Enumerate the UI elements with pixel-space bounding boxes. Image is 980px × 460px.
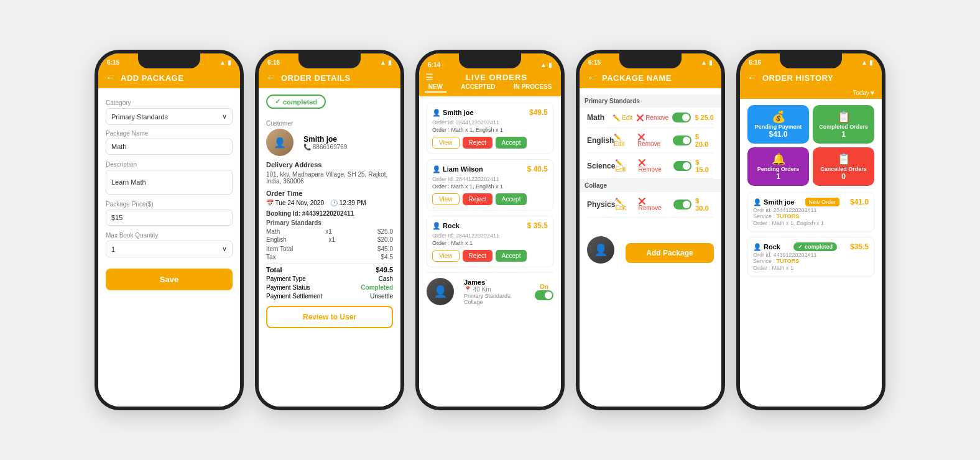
pending-orders-label: Pending Orders: [757, 166, 800, 172]
edit-btn-science[interactable]: ✏️ Edit: [615, 159, 634, 173]
category-select[interactable]: Primary Standards ∨: [106, 108, 233, 125]
tab-accepted[interactable]: ACCEPTED: [457, 82, 499, 93]
remove-btn-math[interactable]: ❌ Remove: [636, 114, 668, 121]
pkg-name-science: Science: [587, 162, 615, 170]
delivery-label: Delivery Address: [266, 161, 393, 168]
reject-btn-1[interactable]: Reject: [463, 137, 492, 149]
remove-btn-english[interactable]: ❌ Remove: [637, 134, 669, 147]
booking-id: Booking Id: #44391220202411: [266, 210, 393, 217]
wifi-icon-4: ▲: [701, 59, 707, 66]
price-input[interactable]: [106, 209, 233, 226]
order-items-1: Order : Math x 1, English x 1: [432, 127, 548, 133]
order-user-1: 👤 Smith joe: [432, 109, 474, 117]
accept-btn-2[interactable]: Accept: [496, 193, 527, 205]
stat-pending-payment: 💰 Pending Payment $41.0: [747, 105, 809, 144]
avatar-tutor: 👤: [427, 278, 454, 305]
chevron-down-icon-2: ∨: [222, 245, 227, 253]
phone-icon: 📞: [303, 144, 313, 150]
remove-btn-physics[interactable]: ❌ Remove: [638, 198, 670, 211]
order-actions-1: View Reject Accept: [432, 137, 548, 149]
customer-phone: 📞 8866169769: [303, 144, 347, 150]
history-user-icon-2: 👤 Rock: [753, 243, 780, 251]
item-english: Englishx1$20.0: [266, 236, 393, 243]
on-label: On: [540, 283, 548, 290]
phone-order-details: 6:16 ▲ ▮ ← ORDER DETAILS ✓ completed Cus…: [255, 50, 404, 410]
tutor-cats: Primary Standards, Collage: [464, 293, 530, 305]
tax-row: Tax$4.5: [266, 254, 393, 260]
order-card-3: 👤 Rock $ 35.5 Order Id: 28441220202411 O…: [427, 216, 553, 267]
save-button[interactable]: Save: [106, 269, 233, 290]
pkg-name-physics: Physics: [587, 200, 615, 209]
pkg-name-input[interactable]: [106, 139, 233, 155]
item-math: Mathx1$25.0: [266, 228, 393, 235]
item-total-row: Item Total$45.0: [266, 246, 393, 252]
pkg-price-physics: $ 30.0: [695, 197, 714, 212]
stat-completed-orders: 📋 Completed Orders 1: [813, 105, 874, 144]
hamburger-icon[interactable]: ☰: [425, 72, 433, 82]
order-time: 🕐 12:39 PM: [330, 200, 366, 206]
customer-label: Customer: [266, 120, 393, 127]
history-price-1: $41.0: [850, 198, 869, 206]
accept-btn-3[interactable]: Accept: [496, 250, 527, 262]
order-date: 📅 Tue 24 Nov, 2020: [266, 200, 324, 206]
toggle-science[interactable]: [673, 161, 691, 171]
status-icons-1: ▲ ▮: [220, 59, 231, 66]
pending-orders-value: 1: [776, 172, 780, 181]
content-5: 💰 Pending Payment $41.0 📋 Completed Orde…: [740, 99, 882, 407]
order-price-2: $ 40.5: [527, 165, 548, 173]
edit-btn-english[interactable]: ✏️ Edit: [614, 134, 634, 147]
tab-in-process[interactable]: IN PROCESS: [510, 82, 556, 93]
pending-orders-icon: 🔔: [772, 152, 785, 166]
qty-value: 1: [111, 246, 115, 253]
toggle-physics[interactable]: [673, 200, 691, 209]
toggle-english[interactable]: [673, 136, 691, 145]
pkg-price-science: $ 15.0: [695, 159, 714, 173]
edit-btn-physics[interactable]: ✏️ Edit: [615, 198, 634, 211]
pending-payment-label: Pending Payment: [755, 124, 802, 130]
order-user-3: 👤 Rock: [432, 222, 460, 230]
history-service-1: Service : TUTORS: [753, 213, 869, 219]
today-label: Today: [853, 90, 869, 96]
wifi-icon-5: ▲: [861, 59, 867, 66]
view-btn-3[interactable]: View: [432, 250, 460, 262]
history-user-icon-1: 👤 Smith joe: [753, 198, 795, 206]
history-items-2: Order : Math x 1: [753, 265, 869, 271]
phone-order-history: 6:16 ▲ ▮ ← ORDER HISTORY Today ▼ 💰 Pendi…: [736, 50, 885, 410]
battery-icon-3: ▮: [548, 62, 552, 68]
battery-icon-4: ▮: [709, 59, 713, 66]
phones-container: 6:15 ▲ ▮ ← ADD PACKAGE Category Primary …: [95, 50, 885, 410]
desc-input[interactable]: [106, 170, 233, 195]
stat-pending-orders: 🔔 Pending Orders 1: [747, 147, 809, 186]
accept-btn-1[interactable]: Accept: [496, 137, 527, 149]
toggle-math[interactable]: [672, 113, 691, 122]
status-icons-3: ▲ ▮: [540, 62, 552, 68]
view-btn-2[interactable]: View: [432, 193, 460, 205]
reject-btn-2[interactable]: Reject: [463, 193, 492, 205]
toggle-online[interactable]: [535, 290, 553, 300]
stat-cancelled-orders: 📋 Cancelled Orders 0: [813, 147, 874, 186]
review-button[interactable]: Review to User: [266, 306, 393, 328]
history-order-1: 👤 Smith joe New Order $41.0 Ordr id: 284…: [747, 192, 874, 232]
back-arrow-2[interactable]: ←: [266, 72, 276, 83]
status-icons-5: ▲ ▮: [861, 59, 873, 66]
qty-select[interactable]: 1 ∨: [106, 241, 233, 257]
remove-btn-science[interactable]: ❌ Remove: [638, 159, 670, 173]
order-id-2: Order Id: 28441220202411: [432, 176, 548, 182]
phone-package-name: 6:15 ▲ ▮ ← PACKAGE NAME Primary Standard…: [576, 50, 725, 410]
add-package-button[interactable]: Add Package: [626, 243, 714, 263]
order-header-2: 👤 Liam Wilson $ 40.5: [432, 165, 548, 173]
wifi-icon-1: ▲: [220, 59, 226, 66]
pkg-name-english: English: [587, 136, 614, 145]
back-arrow-4[interactable]: ←: [587, 72, 597, 83]
header-2: ← ORDER DETAILS: [259, 67, 400, 88]
tutor-name: James: [464, 278, 530, 286]
back-arrow-5[interactable]: ←: [747, 72, 757, 83]
back-arrow-1[interactable]: ←: [106, 72, 116, 83]
order-card-2: 👤 Liam Wilson $ 40.5 Order Id: 284412202…: [427, 159, 553, 211]
order-user-2: 👤 Liam Wilson: [432, 165, 483, 173]
reject-btn-3[interactable]: Reject: [463, 250, 492, 262]
edit-btn-math[interactable]: ✏️ Edit: [612, 114, 632, 121]
tab-new[interactable]: NEW: [425, 82, 446, 93]
view-btn-1[interactable]: View: [432, 137, 460, 149]
pkg-price-math: $ 25.0: [695, 114, 714, 121]
